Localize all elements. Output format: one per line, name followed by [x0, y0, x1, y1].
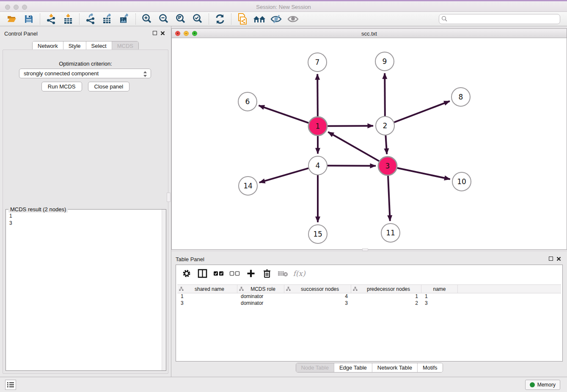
graph-node-label-10: 10	[457, 177, 466, 186]
table-row[interactable]: 3dominator323	[177, 300, 561, 307]
horizontal-splitter-handle[interactable]	[362, 248, 368, 251]
export-image-button[interactable]	[116, 13, 133, 25]
mcds-panel: Optimization criterion: strongly connect…	[3, 50, 168, 374]
table-panel: Table Panel	[171, 252, 567, 377]
result-scrollbar[interactable]	[162, 210, 166, 370]
apply-layout-button[interactable]	[212, 13, 228, 25]
graph-edge-3-11[interactable]	[388, 176, 390, 221]
zoom-selected-button[interactable]	[189, 13, 206, 25]
graph-node-label-1: 1	[316, 122, 320, 130]
column-header-successor-nodes[interactable]: successor nodes	[284, 285, 351, 293]
documents-share-icon	[237, 13, 248, 25]
graph-node-label-6: 6	[245, 97, 250, 106]
close-panel-button[interactable]: Close panel	[88, 82, 130, 91]
tab-motifs[interactable]: Motifs	[418, 363, 443, 372]
panel-splitter-handle[interactable]	[167, 193, 171, 202]
graph-edge-1-7[interactable]	[317, 74, 318, 116]
deselect-all-button[interactable]	[228, 267, 242, 280]
graph-edge-4-14[interactable]	[259, 168, 308, 182]
zoom-fit-button[interactable]	[172, 13, 189, 25]
close-panel-icon[interactable]	[160, 31, 165, 36]
graph-node-label-14: 14	[243, 182, 253, 190]
tab-select[interactable]: Select	[86, 41, 112, 50]
close-table-panel-icon[interactable]	[556, 257, 561, 261]
export-table-button[interactable]	[99, 13, 116, 25]
open-session-button[interactable]	[3, 13, 20, 25]
refresh-icon	[215, 14, 226, 25]
mcds-result-list[interactable]: 1 3	[6, 211, 162, 370]
network-graph[interactable]: 7968124314101511	[172, 38, 567, 249]
column-header-MCDS-role[interactable]: MCDS role	[237, 285, 284, 293]
float-table-panel-icon[interactable]	[549, 257, 553, 261]
optimization-criterion-value: strongly connected component	[24, 70, 99, 77]
table-cell[interactable]: 4	[284, 293, 351, 300]
tab-network-table[interactable]: Network Table	[372, 363, 418, 372]
graph-edge-3-10[interactable]	[397, 168, 450, 179]
apply-function-button[interactable]: f(x)	[292, 267, 306, 280]
table-cell[interactable]: 1	[351, 293, 421, 300]
table-cell[interactable]: dominator	[237, 300, 284, 307]
main-toolbar	[0, 12, 567, 26]
tab-network[interactable]: Network	[33, 41, 63, 50]
toolbar-separator	[209, 14, 209, 25]
table-row[interactable]: 1dominator411	[177, 293, 561, 300]
tab-style[interactable]: Style	[63, 41, 86, 50]
trash-icon	[263, 269, 271, 278]
tab-mcds[interactable]: MCDS	[112, 41, 138, 50]
export-network-button[interactable]	[82, 13, 99, 25]
add-column-button[interactable]	[244, 267, 258, 280]
table-cell[interactable]: 1	[421, 293, 458, 300]
table-cell[interactable]: 3	[284, 300, 351, 307]
tab-node-table[interactable]: Node Table	[296, 363, 334, 372]
save-session-button[interactable]	[20, 13, 37, 25]
import-table-button[interactable]	[60, 13, 77, 25]
delete-table-button[interactable]	[276, 267, 290, 280]
search-input[interactable]	[439, 14, 560, 24]
graph-node-label-11: 11	[386, 229, 395, 237]
table-cell[interactable]: 3	[421, 300, 458, 307]
home-button[interactable]	[251, 13, 268, 25]
column-header-name[interactable]: name	[421, 285, 458, 293]
run-mcds-button[interactable]: Run MCDS	[41, 82, 82, 91]
zoom-in-button[interactable]	[138, 13, 155, 25]
table-cell[interactable]: 2	[351, 300, 421, 307]
hierarchy-icon	[239, 287, 244, 291]
graph-node-label-8: 8	[459, 93, 463, 101]
graph-edge-1-2[interactable]	[328, 126, 373, 126]
table-cell[interactable]: 3	[177, 300, 237, 307]
task-history-button[interactable]	[5, 380, 16, 390]
graph-edge-3-1[interactable]	[328, 132, 379, 161]
graph-edge-2-8[interactable]	[394, 101, 450, 122]
network-window-titlebar[interactable]: × − + scc.txt	[172, 29, 567, 38]
save-floppy-icon	[24, 14, 33, 24]
graph-node-label-4: 4	[316, 161, 320, 170]
hide-selected-button[interactable]	[268, 13, 285, 25]
show-column-button[interactable]	[195, 267, 210, 280]
zoom-out-button[interactable]	[155, 13, 172, 25]
column-header-shared-name[interactable]: shared name	[177, 285, 237, 293]
delete-column-button[interactable]	[260, 267, 274, 280]
table-settings-button[interactable]	[179, 267, 194, 280]
graph-edge-2-9[interactable]	[385, 73, 385, 116]
column-header-predecessor-nodes[interactable]: predecessor nodes	[351, 285, 421, 293]
app-titlebar: Session: New Session	[0, 0, 567, 12]
show-hidden-button[interactable]	[285, 13, 302, 25]
graph-edge-2-3[interactable]	[385, 135, 387, 154]
import-network-button[interactable]	[43, 13, 60, 25]
table-cell[interactable]: dominator	[237, 293, 284, 300]
tab-edge-table[interactable]: Edge Table	[334, 363, 372, 372]
memory-button[interactable]: Memory	[525, 380, 560, 390]
select-all-button[interactable]	[212, 267, 226, 280]
export-table-icon	[102, 14, 113, 25]
graph-edge-1-6[interactable]	[259, 105, 308, 123]
network-canvas[interactable]: 7968124314101511	[172, 38, 567, 249]
node-table: shared nameMCDS rolesuccessor nodesprede…	[177, 284, 561, 307]
float-panel-icon[interactable]	[153, 31, 157, 35]
network-from-selection-button[interactable]	[234, 13, 251, 25]
graph-edge-4-3[interactable]	[328, 166, 376, 166]
optimization-criterion-select[interactable]: strongly connected component	[19, 69, 151, 78]
deselect-all-checkboxes-icon	[229, 270, 240, 277]
control-panel-title: Control Panel	[4, 30, 38, 37]
import-network-icon	[46, 14, 57, 25]
table-cell[interactable]: 1	[177, 293, 237, 300]
